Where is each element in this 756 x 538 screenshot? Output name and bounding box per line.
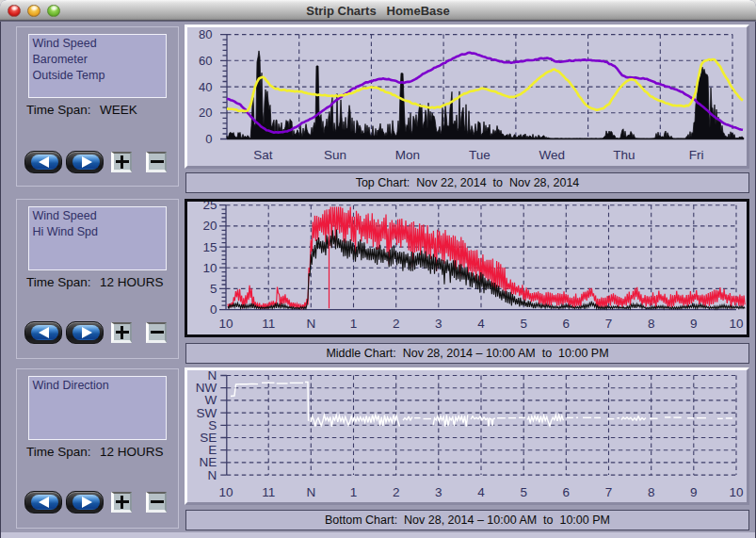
svg-text:Mon: Mon	[395, 148, 420, 162]
svg-text:2: 2	[393, 485, 400, 499]
svg-text:Fri: Fri	[689, 148, 704, 162]
svg-text:6: 6	[563, 317, 571, 331]
svg-text:1: 1	[350, 317, 358, 331]
svg-text:5: 5	[210, 282, 217, 296]
svg-text:20: 20	[199, 106, 212, 120]
svg-text:N: N	[306, 485, 315, 499]
svg-text:11: 11	[262, 485, 275, 499]
svg-text:7: 7	[605, 317, 613, 331]
svg-text:1: 1	[350, 485, 358, 499]
svg-text:0: 0	[205, 132, 212, 146]
svg-text:4: 4	[477, 485, 485, 499]
svg-text:15: 15	[202, 240, 217, 254]
svg-text:10: 10	[218, 485, 233, 499]
svg-text:10: 10	[729, 485, 743, 499]
svg-text:20: 20	[202, 219, 217, 233]
svg-text:5: 5	[520, 317, 527, 331]
svg-text:Sat: Sat	[253, 148, 273, 162]
svg-text:3: 3	[435, 485, 442, 499]
svg-text:7: 7	[605, 485, 613, 499]
svg-text:Wed: Wed	[539, 148, 565, 162]
svg-text:25: 25	[202, 202, 217, 212]
svg-text:0: 0	[210, 302, 217, 317]
svg-text:8: 8	[648, 485, 655, 499]
svg-text:11: 11	[262, 317, 275, 331]
svg-text:9: 9	[690, 317, 698, 331]
svg-text:Sun: Sun	[324, 148, 346, 162]
svg-text:N: N	[306, 317, 315, 331]
svg-text:40: 40	[199, 80, 212, 94]
svg-text:8: 8	[648, 317, 655, 331]
svg-text:9: 9	[690, 485, 698, 499]
svg-text:Thu: Thu	[613, 148, 635, 162]
svg-text:4: 4	[477, 317, 485, 331]
svg-text:N: N	[208, 468, 217, 482]
svg-text:10: 10	[202, 261, 217, 275]
svg-text:Tue: Tue	[469, 148, 491, 162]
svg-text:2: 2	[393, 317, 400, 331]
svg-text:80: 80	[199, 27, 212, 41]
svg-text:60: 60	[199, 54, 212, 68]
svg-text:10: 10	[729, 317, 743, 331]
svg-text:5: 5	[520, 485, 527, 499]
svg-text:6: 6	[563, 485, 571, 499]
svg-text:3: 3	[435, 317, 442, 331]
svg-text:10: 10	[218, 317, 233, 331]
